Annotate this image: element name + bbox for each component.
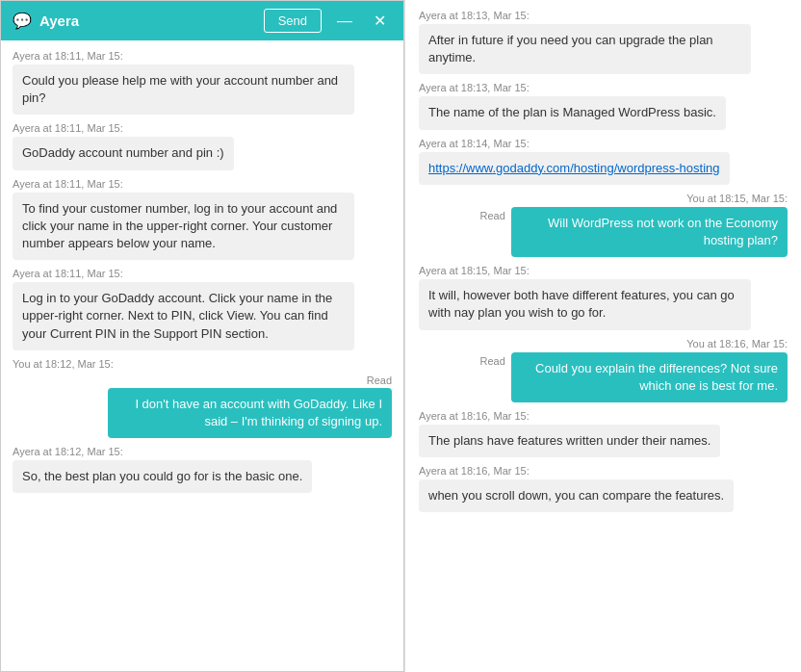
agent-bubble-link: https://www.godaddy.com/hosting/wordpres…	[419, 152, 730, 185]
message-group: Ayera at 18:15, Mar 15:It will, however …	[419, 265, 788, 329]
message-link[interactable]: https://www.godaddy.com/hosting/wordpres…	[428, 161, 720, 175]
message-group: Ayera at 18:16, Mar 15:when you scroll d…	[419, 465, 788, 512]
message-group: Ayera at 18:11, Mar 15:Log in to your Go…	[13, 268, 392, 350]
agent-bubble: To find your customer number, log in to …	[13, 193, 354, 261]
left-chat-panel: 💬 Ayera Send — ✕ Ayera at 18:11, Mar 15:…	[0, 0, 404, 672]
message-group: Ayera at 18:12, Mar 15:So, the best plan…	[13, 446, 392, 493]
user-bubble: I don't have an account with GoDaddy. Li…	[108, 388, 393, 438]
agent-bubble: So, the best plan you could go for is th…	[13, 460, 312, 493]
message-meta: Ayera at 18:12, Mar 15:	[13, 446, 392, 457]
agent-message-row: when you scroll down, you can compare th…	[419, 479, 788, 512]
message-meta: Ayera at 18:16, Mar 15:	[419, 465, 788, 477]
agent-bubble: After in future if you need you can upgr…	[419, 24, 751, 74]
read-label: Read	[479, 210, 504, 221]
user-message-row: ReadWill WordPress not work on the Econo…	[419, 207, 788, 257]
read-label: Read	[13, 375, 392, 386]
chat-icon: 💬	[13, 12, 32, 30]
left-messages-container: Ayera at 18:11, Mar 15:Could you please …	[1, 40, 403, 671]
agent-bubble: Could you please help me with your accou…	[13, 65, 354, 115]
message-meta: You at 18:12, Mar 15:	[13, 358, 392, 370]
agent-bubble: The plans have features written under th…	[419, 425, 720, 457]
chat-header: 💬 Ayera Send — ✕	[1, 1, 403, 40]
chat-title: Ayera	[39, 13, 79, 29]
send-button-top[interactable]: Send	[264, 9, 322, 33]
agent-bubble: GoDaddy account number and pin :)	[13, 137, 234, 169]
minimize-button[interactable]: —	[331, 12, 358, 31]
right-chat-panel: Ayera at 18:13, Mar 15:After in future i…	[404, 0, 801, 672]
agent-bubble: It will, however both have different fea…	[419, 279, 751, 329]
message-meta: Ayera at 18:11, Mar 15:	[13, 178, 392, 190]
user-message-row: ReadCould you explain the differences? N…	[419, 352, 788, 402]
message-meta: Ayera at 18:13, Mar 15:	[419, 10, 788, 21]
message-group: Ayera at 18:14, Mar 15:https://www.godad…	[419, 138, 788, 185]
message-group: Ayera at 18:11, Mar 15:GoDaddy account n…	[13, 122, 392, 169]
agent-bubble: The name of the plan is Managed WordPres…	[419, 96, 726, 129]
message-meta: Ayera at 18:16, Mar 15:	[419, 410, 788, 422]
header-actions: Send — ✕	[264, 9, 392, 33]
message-meta: Ayera at 18:14, Mar 15:	[419, 138, 788, 149]
message-group: Ayera at 18:11, Mar 15:To find your cust…	[13, 178, 392, 261]
message-group: Ayera at 18:11, Mar 15:Could you please …	[13, 50, 392, 115]
agent-message-row: It will, however both have different fea…	[419, 279, 788, 329]
close-button[interactable]: ✕	[368, 12, 392, 31]
agent-bubble: when you scroll down, you can compare th…	[419, 479, 734, 512]
message-group: You at 18:15, Mar 15:ReadWill WordPress …	[419, 193, 788, 257]
message-meta: Ayera at 18:11, Mar 15:	[13, 122, 392, 134]
agent-message-row: The plans have features written under th…	[419, 425, 788, 457]
agent-message-row: https://www.godaddy.com/hosting/wordpres…	[419, 152, 788, 185]
user-message-row: ReadI don't have an account with GoDaddy…	[13, 373, 392, 438]
message-group: Ayera at 18:16, Mar 15:The plans have fe…	[419, 410, 788, 457]
read-label: Read	[479, 355, 504, 367]
message-group: Ayera at 18:13, Mar 15:After in future i…	[419, 10, 788, 74]
agent-bubble: Log in to your GoDaddy account. Click yo…	[13, 282, 354, 350]
message-group: You at 18:16, Mar 15:ReadCould you expla…	[419, 338, 788, 402]
header-left: 💬 Ayera	[13, 12, 79, 30]
message-group: You at 18:12, Mar 15:ReadI don't have an…	[13, 358, 392, 438]
message-meta: Ayera at 18:11, Mar 15:	[13, 268, 392, 279]
user-bubble: Will WordPress not work on the Economy h…	[511, 207, 788, 257]
message-meta: You at 18:15, Mar 15:	[419, 193, 788, 204]
message-meta: Ayera at 18:13, Mar 15:	[419, 82, 788, 93]
message-meta: Ayera at 18:11, Mar 15:	[13, 50, 392, 62]
user-bubble: Could you explain the differences? Not s…	[511, 352, 788, 402]
agent-message-row: After in future if you need you can upgr…	[419, 24, 788, 74]
message-meta: You at 18:16, Mar 15:	[419, 338, 788, 349]
message-group: Ayera at 18:13, Mar 15:The name of the p…	[419, 82, 788, 129]
message-meta: Ayera at 18:15, Mar 15:	[419, 265, 788, 276]
agent-message-row: The name of the plan is Managed WordPres…	[419, 96, 788, 129]
